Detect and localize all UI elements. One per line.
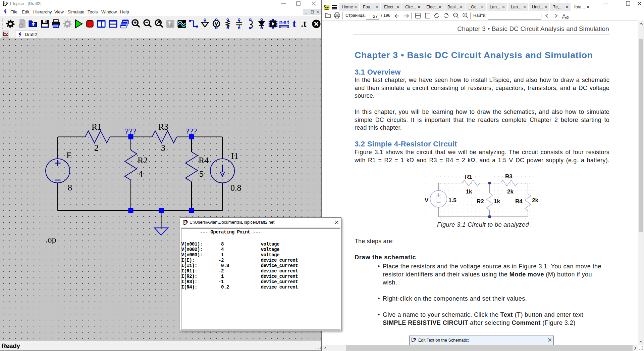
svg-text:R2: R2 [138, 156, 148, 165]
svg-text:2k: 2k [532, 197, 538, 204]
svg-text:E: E [66, 150, 72, 160]
svg-text:2k: 2k [507, 188, 514, 195]
svg-text:t: t [292, 18, 297, 29]
svg-text:5: 5 [199, 169, 204, 179]
svg-text:0.8: 0.8 [230, 183, 241, 193]
svg-text:???: ??? [125, 127, 137, 136]
svg-text:R3: R3 [505, 173, 513, 180]
svg-text:LT: LT [184, 221, 187, 224]
svg-text:R4: R4 [515, 198, 523, 205]
svg-text:I1: I1 [231, 151, 238, 161]
svg-text:.t: .t [301, 19, 306, 29]
svg-text:R4: R4 [199, 156, 209, 165]
svg-text:2: 2 [94, 143, 99, 153]
svg-text:???: ??? [185, 127, 197, 136]
svg-text:1k: 1k [494, 198, 500, 205]
svg-text:LT: LT [413, 338, 416, 341]
svg-text:8: 8 [68, 183, 72, 192]
svg-text:3: 3 [161, 143, 165, 153]
svg-text:R1: R1 [465, 174, 472, 180]
svg-text:.op: .op [45, 235, 56, 245]
svg-text:PDF: PDF [325, 6, 329, 9]
svg-text:R2: R2 [477, 198, 484, 205]
svg-text:LT: LT [4, 2, 7, 5]
svg-text:1k: 1k [466, 188, 472, 195]
svg-text:net: net [279, 19, 289, 26]
svg-text:1.5: 1.5 [448, 197, 457, 204]
svg-text:R3: R3 [158, 122, 168, 132]
svg-text:R1: R1 [92, 122, 102, 132]
svg-text:V: V [425, 197, 429, 204]
svg-text:4: 4 [139, 169, 143, 179]
